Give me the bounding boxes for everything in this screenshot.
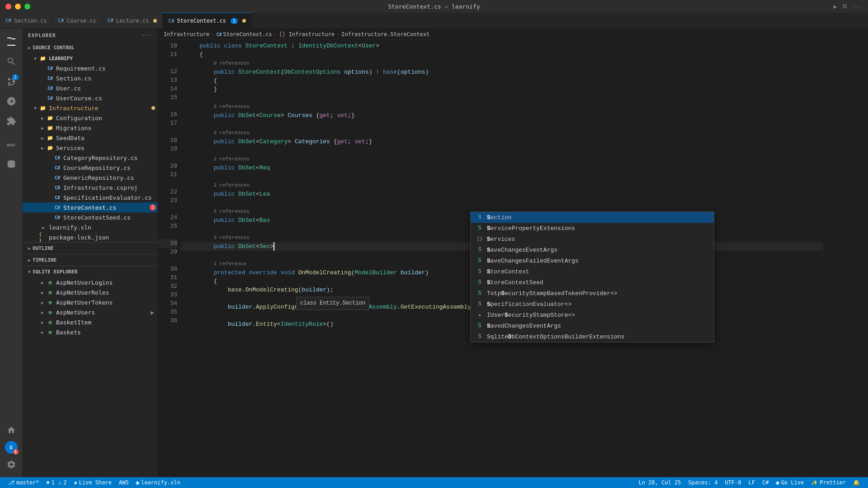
run-icon[interactable]: ▶ [834, 3, 837, 10]
table-icon: ⊞ [46, 308, 54, 316]
table-icon: ⊞ [46, 298, 54, 306]
ac-item-section[interactable]: S Section [471, 212, 714, 223]
services-label: Services [56, 145, 158, 151]
ac-item-speceval[interactable]: S SpecificationEvaluator<> [471, 299, 714, 310]
encoding[interactable]: UTF-8 [721, 477, 745, 488]
remote-icon[interactable] [2, 421, 20, 439]
cursor-position[interactable]: Ln 28, Col 25 [635, 477, 684, 488]
timeline-header[interactable]: ▶ TIMELINE [23, 254, 158, 266]
explorer-more-icon[interactable]: ··· [142, 33, 152, 38]
learnify-project-label: LEARNIFY [49, 56, 158, 61]
packagelock-file[interactable]: { } package-lock.json [23, 232, 158, 242]
section-file[interactable]: C# Section.cs [23, 73, 158, 83]
close-button[interactable] [5, 4, 11, 9]
settings-icon[interactable] [2, 455, 20, 474]
outline-header[interactable]: ▶ OUTLINE [23, 243, 158, 254]
ac-item-totp[interactable]: S TotpSecurityStampBasedTokenProvider<> [471, 288, 714, 299]
tab-course[interactable]: C# Course.cs [53, 13, 102, 28]
solution-status[interactable]: ◉ learnify.sln [132, 477, 184, 488]
database-icon[interactable] [2, 155, 20, 174]
user-avatar[interactable]: U 1 [5, 441, 18, 454]
prettier[interactable]: ✨ Prettier [807, 477, 849, 488]
warnings-label: 2 [63, 479, 66, 486]
ac-item-iuser[interactable]: ⬥ IUserSecurityStampStore<> [471, 310, 714, 320]
split-editor-icon[interactable]: ⧉ [843, 3, 847, 10]
errors-count[interactable]: ✖ 1 ⚠ 2 [43, 477, 71, 488]
services-folder[interactable]: ▶ 📁 Services [23, 143, 158, 153]
ac-item-services[interactable]: {} Services [471, 234, 714, 244]
baskets-table[interactable]: ▶ ⊞ Baskets [23, 327, 158, 337]
language-mode[interactable]: C# [759, 477, 772, 488]
ac-item-savechangesfailed[interactable]: S SaveChangesFailedEventArgs [471, 255, 714, 266]
speceval-file[interactable]: C# SpecificationEvaluator.cs [23, 192, 158, 202]
usercourse-file[interactable]: C# UserCourse.cs [23, 93, 158, 103]
play-icon[interactable]: ▶ [151, 309, 154, 316]
breadcrumb-file[interactable]: C#StoreContext.cs [216, 31, 272, 38]
folder-icon: 📁 [46, 114, 54, 122]
aspnet-usertokens[interactable]: ▶ ⊞ AspNetUserTokens [23, 297, 158, 307]
ac-interface-icon: ⬥ [476, 311, 483, 319]
code-ref-2a: 2 references [181, 155, 823, 164]
breadcrumb-class[interactable]: Infrastructure.StoreContext [341, 31, 429, 38]
code-editor[interactable]: public class StoreContext : IdentityDbCo… [181, 40, 823, 477]
source-control-icon[interactable]: 2 [2, 72, 20, 90]
cs-icon: C# [46, 64, 54, 72]
aspnet-userroles[interactable]: ▶ ⊞ AspNetUserRoles [23, 287, 158, 297]
editor-content: 10 11 · 12 13 14 15 · 16 17 · 18 19 · 20… [158, 40, 868, 477]
tab-storecontext[interactable]: C# StoreContext.cs 1 [163, 13, 252, 28]
aws-status[interactable]: AWS [115, 477, 132, 488]
courserepo-file[interactable]: C# CourseRepository.cs [23, 163, 158, 173]
ac-class-icon: S [476, 290, 483, 297]
ac-item-savedchanges[interactable]: S SavedChangesEventArgs [471, 320, 714, 331]
aws-icon[interactable]: aws [2, 136, 20, 154]
migrations-folder[interactable]: ▶ 📁 Migrations [23, 123, 158, 133]
aspnet-users[interactable]: ▶ ⊞ AspNetUsers ▶ [23, 307, 158, 317]
ac-item-sqlitedb[interactable]: S SqliteDbContextOptionsBuilderExtension… [471, 331, 714, 342]
ac-item-serviceprop[interactable]: S ServicePropertyExtensions [471, 223, 714, 234]
live-share[interactable]: ◈ Live Share [71, 477, 115, 488]
search-icon[interactable] [2, 52, 20, 70]
warning-icon: ⚠ [58, 479, 61, 486]
configuration-folder[interactable]: ▶ 📁 Configuration [23, 113, 158, 123]
learnify-folder[interactable]: ▼ 📁 LEARNIFY [23, 53, 158, 63]
file-spacer [46, 164, 53, 171]
aspnet-userlogins[interactable]: ▶ ⊞ AspNetUserLogins [23, 277, 158, 287]
basketitem-table[interactable]: ▶ ⊞ BasketItem [23, 317, 158, 327]
storecontext-file[interactable]: C# StoreContext.cs 1 [23, 202, 158, 212]
explorer-icon[interactable] [2, 33, 20, 51]
sqlite-header[interactable]: ▼ SQLITE EXPLORER [23, 266, 158, 277]
seeddata-folder[interactable]: ▶ 📁 SeedData [23, 133, 158, 143]
ac-item-storecontext[interactable]: S StoreContext [471, 266, 714, 277]
ac-item-savechanges[interactable]: S SaveChangesEventArgs [471, 244, 714, 255]
line-ending[interactable]: LF [745, 477, 758, 488]
breadcrumb-infra[interactable]: Infrastructure [164, 31, 209, 38]
requirement-file[interactable]: C# Requirement.cs [23, 63, 158, 73]
code-line-17 [181, 120, 823, 128]
infrastructure-folder[interactable]: ▼ 📁 Infrastructure [23, 103, 158, 113]
source-control-section[interactable]: ▶ SOURCE CONTROL [23, 42, 158, 53]
extensions-icon[interactable] [2, 112, 20, 130]
tab-section[interactable]: C# Section.cs [0, 13, 53, 28]
folder-icon: 📁 [46, 134, 54, 142]
infra-csproj-file[interactable]: C# Infrastructure.csproj [23, 183, 158, 192]
breadcrumb-ns[interactable]: {} Infrastructure [279, 31, 335, 38]
learnify-sln-file[interactable]: ◈ learnify.sln [23, 222, 158, 232]
run-debug-icon[interactable] [2, 92, 20, 110]
maximize-button[interactable] [24, 4, 30, 9]
ac-item-storecontextseed[interactable]: S StoreContextSeed [471, 277, 714, 288]
more-actions-icon[interactable]: ··· [852, 3, 863, 10]
row-arrow: ▶ [39, 319, 46, 326]
indentation[interactable]: Spaces: 4 [684, 477, 721, 488]
categoryrepo-file[interactable]: C# CategoryRepository.cs [23, 153, 158, 163]
minimize-button[interactable] [15, 4, 21, 9]
learnify-folder-icon: 📁 [39, 54, 47, 62]
tab-lecture[interactable]: C# Lecture.cs [102, 13, 163, 28]
go-live[interactable]: ◉ Go Live [772, 477, 807, 488]
storecontextseed-file[interactable]: C# StoreContextSeed.cs [23, 212, 158, 222]
user-file[interactable]: C# User.cs [23, 83, 158, 93]
notifications[interactable]: 🔔 [849, 477, 863, 488]
code-line-23 [181, 198, 823, 207]
git-branch[interactable]: ⎇ master* [5, 477, 43, 488]
genericrepo-file[interactable]: C# GenericRepository.cs [23, 173, 158, 183]
error-badge: 1 [150, 204, 156, 211]
